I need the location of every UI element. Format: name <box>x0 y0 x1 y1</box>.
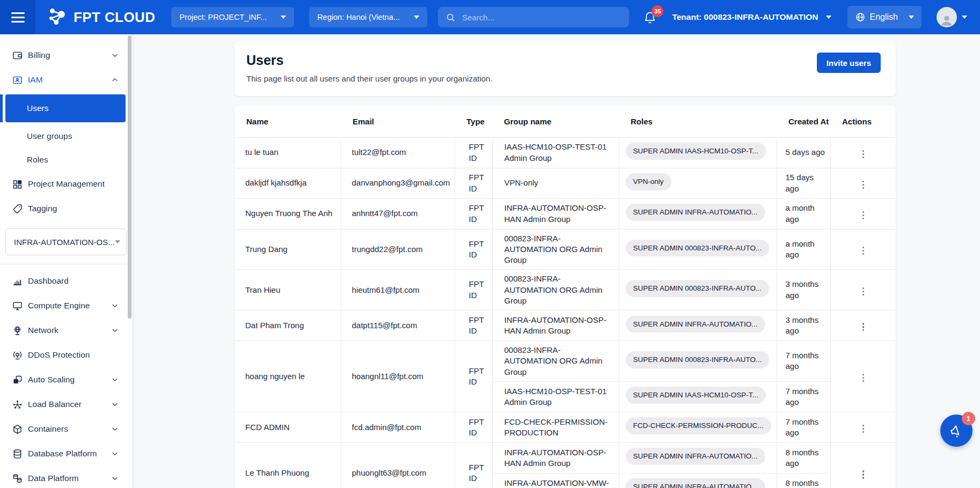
created-at-cell: 5 days ago <box>777 137 830 168</box>
sidebar-item-label: Database Platform <box>28 449 111 459</box>
user-roles-cell: SUPER ADMIN INFRA-AUTOMATIO... <box>619 310 777 341</box>
column-header-created-at: Created At <box>777 106 830 137</box>
created-at-cell: 8 months ago <box>777 473 830 488</box>
group-name-cell: INFRA-AUTOMATION-OSP-HAN Admin Group <box>492 310 619 341</box>
data-stack-icon <box>12 473 23 484</box>
sidebar-item-tagging[interactable]: Tagging <box>0 196 132 221</box>
announcements-fab[interactable]: 1 <box>940 415 972 447</box>
main-content: Users This page list out all users and t… <box>133 34 980 488</box>
table-row: dakljdf kjahsdfkjadanvanphong3@gmail.com… <box>235 168 896 198</box>
sidebar-item-data-platform[interactable]: Data Platform <box>0 466 132 488</box>
kebab-menu-button[interactable] <box>859 147 867 161</box>
user-name-cell: Dat Pham Trong <box>235 310 341 341</box>
kebab-menu-button[interactable] <box>859 467 867 482</box>
search-input[interactable] <box>461 12 621 23</box>
user-type-cell: FPT ID <box>455 412 492 442</box>
sidebar-item-roles[interactable]: Roles <box>5 148 126 172</box>
user-email-cell: anhntt47@fpt.com <box>341 198 455 229</box>
sidebar-item-label: Project Management <box>28 179 119 189</box>
monitor-icon <box>12 300 23 312</box>
sidebar-scrollbar[interactable] <box>128 35 131 319</box>
user-type-cell: FPT ID <box>455 198 492 229</box>
kebab-menu-button[interactable] <box>859 371 867 385</box>
user-roles-cell: SUPER ADMIN 000823-INFRA-AUTO... <box>619 229 777 270</box>
sidebar-item-users[interactable]: Users <box>5 94 126 122</box>
sidebar-item-database-platform[interactable]: Database Platform <box>0 441 132 466</box>
table-header-row: NameEmailTypeGroup nameRolesCreated AtAc… <box>235 106 896 137</box>
megaphone-icon <box>948 423 964 439</box>
table-row: Trung Dangtrungdd22@fpt.comFPT ID000823-… <box>235 229 896 270</box>
sidebar-item-network[interactable]: Network <box>0 318 132 343</box>
chevron-down-icon <box>111 301 119 310</box>
sidebar-item-iam[interactable]: IAM <box>0 68 132 92</box>
group-name-cell: INFRA-AUTOMATION-OSP-HAN Admin Group <box>492 198 619 229</box>
chevron-down-icon <box>281 16 286 19</box>
role-badge: FCD-CHECK-PERMISSION-PRODUC... <box>626 417 771 434</box>
kebab-menu-button[interactable] <box>859 243 867 258</box>
sidebar-item-auto-scaling[interactable]: Auto Scaling <box>0 367 132 392</box>
user-roles-cell: SUPER ADMIN 000823-INFRA-AUTO... <box>619 270 777 310</box>
invite-users-button[interactable]: Invite users <box>817 53 881 73</box>
table-row: Dat Pham Trongdatpt115@fpt.comFPT IDINFR… <box>235 310 896 341</box>
project-scope-select[interactable]: INFRA-AUTOMATION-OS... <box>5 228 127 255</box>
kebab-menu-button[interactable] <box>859 320 867 334</box>
column-header-actions: Actions <box>830 106 896 137</box>
kebab-menu-button[interactable] <box>859 178 867 192</box>
page-header-card: Users This page list out all users and t… <box>235 41 896 96</box>
created-at-cell: 3 months ago <box>777 310 830 341</box>
role-badge: SUPER ADMIN 000823-INFRA-AUTO... <box>626 240 770 257</box>
sidebar-item-project-management[interactable]: Project Management <box>0 172 132 196</box>
user-roles-cell: SUPER ADMIN INFRA-AUTOMATIO... <box>619 198 777 229</box>
sidebar-item-label: Containers <box>28 424 111 434</box>
sidebar-item-load-balancer[interactable]: Load Balancer <box>0 392 132 417</box>
user-type-cell: FPT ID <box>455 168 492 198</box>
database-icon <box>12 448 23 460</box>
sidebar-item-label: IAM <box>28 75 111 85</box>
user-email-cell: hieutm61@fpt.com <box>341 270 455 310</box>
users-table-card: NameEmailTypeGroup nameRolesCreated AtAc… <box>235 106 896 488</box>
kebab-menu-button[interactable] <box>859 422 867 436</box>
region-selector[interactable]: Region: Hanoi (Vietna... <box>309 7 427 27</box>
sidebar: BillingIAMUsersUser groupsRolesProject M… <box>0 34 133 488</box>
actions-cell <box>830 137 896 168</box>
actions-cell <box>830 442 896 488</box>
sidebar-item-containers[interactable]: Containers <box>0 417 132 441</box>
sidebar-item-billing[interactable]: Billing <box>0 43 132 68</box>
tenant-selector[interactable]: Tenant: 000823-INFRA-AUTOMATION <box>672 12 831 22</box>
user-roles-cell: SUPER ADMIN IAAS-HCM10-OSP-T... <box>619 381 777 412</box>
user-email-cell: phuonglt63@fpt.com <box>341 442 455 488</box>
group-name-cell: 000823-INFRA-AUTOMATION ORG Admin Group <box>492 341 619 382</box>
search-icon <box>445 12 456 23</box>
table-row: Le Thanh Phuongphuonglt63@fpt.comFPT IDI… <box>235 442 896 473</box>
sidebar-item-dashboard[interactable]: Dashboard <box>0 269 132 293</box>
fpt-cloud-logo: FPT CLOUD <box>47 8 155 26</box>
language-selector[interactable]: English <box>847 6 922 28</box>
role-badge: SUPER ADMIN IAAS-HCM10-OSP-T... <box>626 387 766 404</box>
kebab-menu-button[interactable] <box>859 284 867 299</box>
kebab-menu-button[interactable] <box>859 208 867 223</box>
table-row: Tran Hieuhieutm61@fpt.comFPT ID000823-IN… <box>235 270 896 310</box>
role-badge: SUPER ADMIN INFRA-AUTOMATIO... <box>626 478 765 488</box>
globe-stand-icon <box>12 325 23 336</box>
user-type-cell: FPT ID <box>455 229 492 270</box>
table-row: tu le tuantult22@fpt.comFPT IDIAAS-HCM10… <box>235 137 896 168</box>
sidebar-nav-bottom: DashboardCompute EngineNetworkDDoS Prote… <box>0 269 132 488</box>
role-badge: SUPER ADMIN INFRA-AUTOMATIO... <box>626 448 765 465</box>
user-type-cell: FPT ID <box>455 137 492 168</box>
user-name-cell: Le Thanh Phuong <box>235 442 341 488</box>
global-search <box>438 7 629 27</box>
user-name-cell: FCD ADMIN <box>235 412 341 442</box>
hamburger-menu-button[interactable] <box>0 0 35 34</box>
user-menu[interactable] <box>937 7 967 27</box>
user-roles-cell: SUPER ADMIN 000823-INFRA-AUTO... <box>619 341 777 382</box>
sidebar-item-ddos-protection[interactable]: DDoS Protection <box>0 343 132 367</box>
actions-cell <box>830 229 896 270</box>
notifications-button[interactable]: 35 <box>643 10 657 24</box>
scaling-icon <box>12 374 23 386</box>
project-selector[interactable]: Project: PROJECT_INF... <box>171 7 294 27</box>
sidebar-item-compute-engine[interactable]: Compute Engine <box>0 293 132 318</box>
role-badge: SUPER ADMIN INFRA-AUTOMATIO... <box>626 316 765 333</box>
sidebar-item-user-groups[interactable]: User groups <box>5 124 126 148</box>
role-badge: SUPER ADMIN 000823-INFRA-AUTO... <box>626 351 770 368</box>
group-name-cell: IAAS-HCM10-OSP-TEST-01 Admin Group <box>492 137 619 168</box>
